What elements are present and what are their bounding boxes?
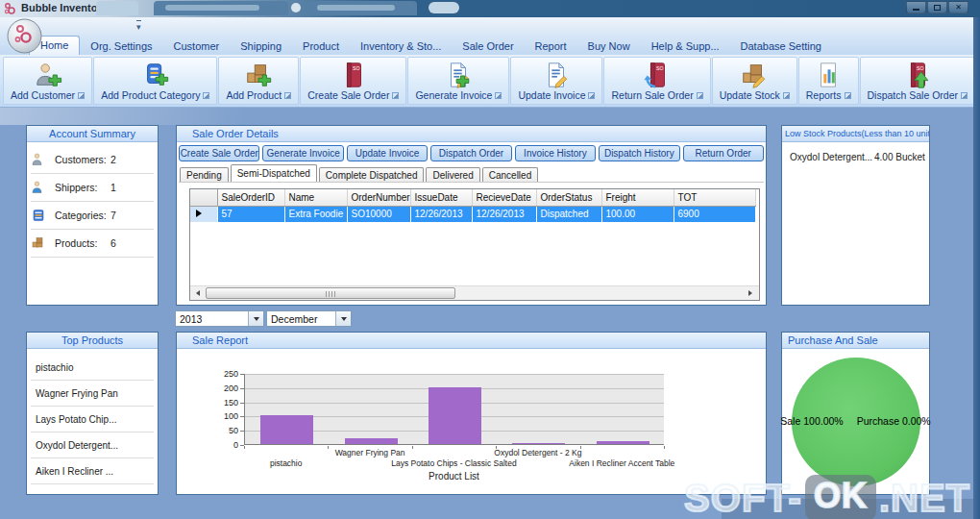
grid-column-header-tot[interactable]: TOT	[674, 189, 755, 206]
app-bubbles-icon	[3, 2, 16, 15]
toolbar-add-product-button[interactable]: Add Product	[218, 57, 299, 105]
generate-invoice-button[interactable]: Generate Invoice	[262, 145, 343, 161]
toolbar-button-text: Update Stock	[720, 89, 780, 101]
status-tab-pending[interactable]: Pending	[180, 167, 229, 182]
dialog-launcher-icon[interactable]	[697, 92, 703, 99]
dashboard: Account Summary Customers:2Shippers:1Cat…	[0, 108, 980, 519]
return-order-button[interactable]: Return Order	[683, 145, 764, 161]
grid-row-header-cell	[190, 206, 217, 222]
grid-header-row: SaleOrderIDNameOrderNumberIssueDateRecie…	[190, 189, 755, 206]
boxes-add-icon	[244, 61, 273, 89]
grid-horizontal-scrollbar[interactable]	[190, 285, 759, 300]
ribbon-tab-org-settings[interactable]: Org. Settings	[80, 37, 162, 55]
chevron-down-icon[interactable]	[335, 311, 351, 326]
sale-report-bar-chart: 050100150200250pistachioWagner Frying Pa…	[177, 349, 766, 494]
categories-icon	[31, 208, 46, 223]
ribbon-tab-product[interactable]: Product	[292, 37, 350, 55]
grid-column-header-freight[interactable]: Freight	[601, 189, 674, 206]
customer-icon	[31, 152, 46, 167]
pie-labels: Sale 100.00% Purchase 0.00%	[763, 415, 948, 427]
bar-aiken-i-recliner-accent-table	[597, 441, 649, 444]
toolbar-add-customer-button[interactable]: Add Customer	[3, 57, 92, 105]
ribbon-tab-sale-order[interactable]: Sale Order	[452, 37, 524, 55]
toolbar-update-stock-button[interactable]: Update Stock	[712, 57, 797, 105]
status-tab-semi-dispatched[interactable]: Semi-Dispatched	[231, 164, 317, 182]
dialog-launcher-icon[interactable]	[961, 92, 968, 99]
create-sale-order-button[interactable]: Create Sale Order	[179, 145, 259, 161]
ribbon-tab-report[interactable]: Report	[525, 37, 577, 55]
sale-order-grid[interactable]: SaleOrderIDNameOrderNumberIssueDateRecie…	[189, 188, 760, 301]
maximize-button[interactable]	[927, 1, 947, 13]
grid-column-header-orderstatus[interactable]: OrderStatus	[536, 189, 601, 206]
low-stock-item: Oxydol Detergent... 4.00 Bucket	[782, 142, 929, 162]
month-dropdown[interactable]: December	[266, 310, 352, 327]
toolbar-generate-invoice-button[interactable]: Generate Invoice	[407, 57, 509, 105]
chevron-down-icon[interactable]	[248, 311, 263, 326]
year-dropdown[interactable]: 2013	[175, 310, 264, 327]
dialog-launcher-icon[interactable]	[495, 92, 502, 99]
scroll-left-arrow-icon[interactable]	[190, 286, 205, 300]
bar-lays-potato-chips-classic-salted	[429, 387, 481, 444]
low-stock-title: Low Stock Products(Less than 10 units)	[785, 129, 929, 138]
top-product-item-oxydol-detergent: Oxydol Detergent...	[31, 432, 154, 458]
update-invoice-button[interactable]: Update Invoice	[347, 145, 428, 161]
toolbar-return-sale-order-button[interactable]: SOReturn Sale Order	[603, 57, 710, 105]
category-add-icon	[141, 61, 170, 89]
toolbar-create-sale-order-button[interactable]: SOCreate Sale Order	[300, 57, 406, 105]
x-tick-mark	[244, 446, 245, 449]
close-button[interactable]: ✕	[948, 1, 968, 13]
low-stock-item-name: Oxydol Detergent...	[790, 152, 874, 162]
dialog-launcher-icon[interactable]	[392, 92, 399, 99]
scroll-right-arrow-icon[interactable]	[743, 286, 757, 300]
purchase-and-sale-panel: Purchase And Sale Sale 100.00% Purchase …	[781, 332, 930, 495]
dialog-launcher-icon[interactable]	[588, 92, 595, 99]
ribbon-tab-buy-now[interactable]: Buy Now	[577, 37, 641, 55]
dialog-launcher-icon[interactable]	[783, 92, 790, 99]
dialog-launcher-icon[interactable]	[203, 92, 209, 99]
grid-cell: Dispatched	[536, 206, 601, 222]
dispatch-history-button[interactable]: Dispatch History	[599, 145, 679, 161]
status-tab-cancelled[interactable]: Cancelled	[482, 167, 538, 182]
dialog-launcher-icon[interactable]	[845, 92, 851, 99]
shipper-icon	[31, 180, 46, 195]
ribbon-tab-database-setting[interactable]: Database Setting	[730, 37, 832, 55]
grid-cell: 57	[217, 206, 284, 222]
scrollbar-thumb[interactable]	[206, 287, 455, 299]
top-product-item-aiken-i-recliner: Aiken I Recliner ...	[31, 458, 154, 484]
watermark: SOFT- OK .NET	[684, 475, 970, 519]
minimize-button[interactable]	[906, 1, 926, 13]
bar-oxydol-detergent-2-kg	[512, 443, 565, 445]
quick-access-chevron-icon[interactable]: ▾	[136, 20, 141, 32]
dialog-launcher-icon[interactable]	[284, 92, 291, 99]
toolbar-reports-button[interactable]: Reports	[798, 57, 859, 105]
toolbar-update-invoice-button[interactable]: Update Invoice	[510, 57, 602, 105]
ribbon-tab-inventory-sto[interactable]: Inventory & Sto...	[350, 37, 452, 55]
account-summary-row-categories: Categories:7	[31, 202, 154, 230]
ribbon-tab-help-supp[interactable]: Help & Supp...	[641, 37, 730, 55]
account-summary-row-shippers: Shippers:1	[31, 174, 154, 202]
toolbar-add-product-category-button[interactable]: Add Product Category	[93, 57, 217, 105]
grid-column-header-name[interactable]: Name	[284, 189, 347, 206]
status-tab-delivered[interactable]: Delivered	[426, 167, 479, 182]
dispatch-order-button[interactable]: Dispatch Order	[430, 145, 511, 161]
grid-column-header-ordernumber[interactable]: OrderNumber	[347, 189, 410, 206]
account-summary-rows: Customers:2Shippers:1Categories:7Product…	[27, 146, 158, 258]
toolbar-dispatch-sale-order-button[interactable]: SODispatch Sale Order	[860, 57, 976, 105]
invoice-history-button[interactable]: Invoice History	[515, 145, 596, 161]
grid-column-header-saleorderid[interactable]: SaleOrderID	[217, 189, 284, 206]
grid-corner-cell	[190, 189, 217, 206]
y-tick-label-200: 200	[206, 383, 238, 393]
grid-column-header-recievedate[interactable]: RecieveDate	[472, 189, 536, 206]
account-summary-header: Account Summary	[27, 126, 158, 142]
invoice-edit-icon	[542, 61, 571, 89]
sale-report-panel: Sale Report 050100150200250pistachioWagn…	[176, 332, 767, 495]
grid-cell: 12/26/2013	[472, 206, 536, 222]
application-orb-button[interactable]	[7, 18, 42, 54]
dialog-launcher-icon[interactable]	[78, 92, 85, 99]
account-summary-row-products: Products:6	[31, 230, 154, 258]
table-row[interactable]: 57Extra FoodieSO1000012/26/201312/26/201…	[190, 206, 755, 222]
grid-column-header-issuedate[interactable]: IssueDate	[410, 189, 472, 206]
ribbon-tab-customer[interactable]: Customer	[163, 37, 231, 55]
ribbon-tab-shipping[interactable]: Shipping	[230, 37, 292, 55]
status-tab-complete-dispatched[interactable]: Complete Dispatched	[319, 167, 425, 182]
